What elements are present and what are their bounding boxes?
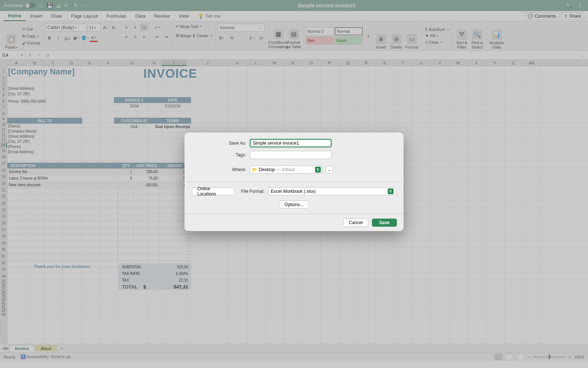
expand-browser-button[interactable]: ⌄ [326, 166, 333, 173]
online-locations-button[interactable]: Online Locations [192, 187, 234, 195]
save-as-label: Save As: [192, 141, 246, 146]
tags-label: Tags: [192, 152, 246, 158]
where-suffix: — iCloud [276, 167, 294, 172]
tags-input[interactable] [250, 151, 331, 159]
options-button[interactable]: Options... [279, 201, 309, 209]
where-folder: Desktop [259, 167, 275, 172]
where-select[interactable]: 📁 Desktop — iCloud ⇅ [250, 166, 322, 174]
save-button[interactable]: Save [372, 219, 397, 227]
cancel-button[interactable]: Cancel [343, 219, 368, 227]
save-as-input[interactable] [250, 139, 331, 147]
save-as-dialog: Save As: Tags: Where: 📁 Desktop — iCloud… [184, 132, 404, 231]
updown-icon: ⇅ [388, 188, 394, 194]
where-label: Where: [192, 167, 246, 172]
file-format-label: File Format: [238, 189, 265, 194]
updown-icon: ⇅ [315, 167, 321, 173]
file-format-select[interactable]: Excel Workbook (.xlsx) ⇅ [268, 187, 396, 195]
folder-icon: 📁 [252, 167, 257, 172]
